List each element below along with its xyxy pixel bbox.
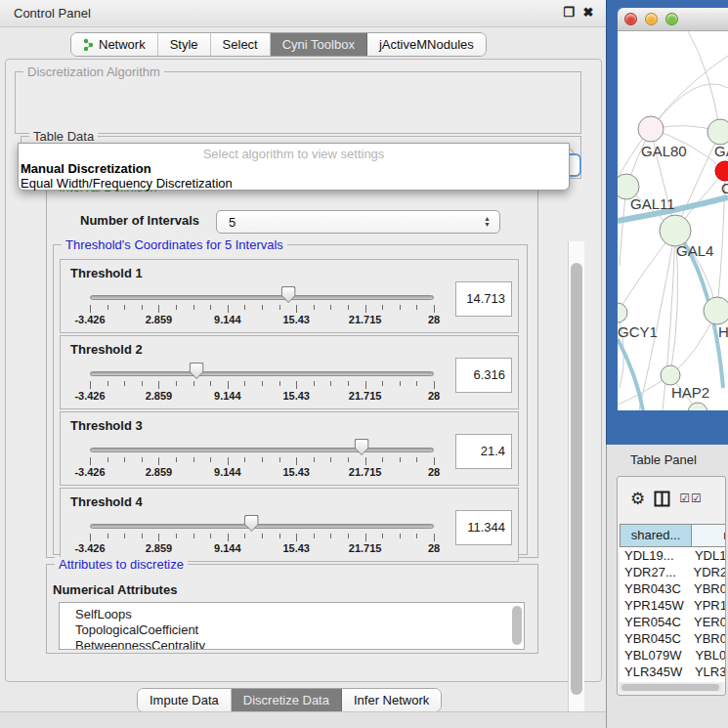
- close-window-icon[interactable]: ✖: [580, 5, 596, 21]
- stepper-icon: ▲▼: [484, 216, 491, 228]
- threshold-slider[interactable]: -3.4262.8599.14415.4321.71528: [90, 336, 434, 410]
- network-edge[interactable]: [688, 31, 720, 132]
- table-cell: YIL0: [692, 680, 724, 682]
- slider-ticks: [90, 305, 434, 313]
- slider-handle[interactable]: [355, 439, 369, 455]
- gear-icon[interactable]: ⚙: [630, 489, 645, 509]
- slider-handle[interactable]: [244, 515, 259, 532]
- network-node-gcy1[interactable]: [618, 303, 627, 322]
- slider-ticks: [90, 381, 434, 389]
- tab-impute-data[interactable]: Impute Data: [138, 689, 232, 711]
- numerical-attributes-list[interactable]: SelfLoopsTopologicalCoefficientBetweenne…: [59, 602, 525, 650]
- tab-label: Impute Data: [150, 689, 219, 711]
- float-window-icon[interactable]: ❐: [561, 5, 577, 21]
- zoom-traffic-light[interactable]: [665, 13, 678, 25]
- checkbox-icons[interactable]: ☑☑: [679, 492, 703, 505]
- minimize-traffic-light[interactable]: [645, 13, 658, 25]
- threshold-value-field[interactable]: 11.344: [455, 510, 512, 545]
- threshold-row: Threshold 1-3.4262.8599.14415.4321.71528…: [60, 259, 519, 333]
- network-edge-highlighted[interactable]: [618, 339, 643, 410]
- algorithm-dropdown-hint: Select algorithm to view settings: [19, 144, 569, 161]
- network-node-h[interactable]: [704, 297, 728, 324]
- settings-scrollbar[interactable]: [568, 241, 584, 728]
- slider-handle[interactable]: [281, 286, 296, 303]
- control-panel-tabbar: NetworkStyleSelectCyni ToolboxjActiveMNo…: [70, 32, 487, 57]
- slider-ticks: [90, 534, 434, 541]
- table-cell: YBR0: [688, 580, 725, 597]
- table-panel: Table Panel ⚙ ☑☑ shared...na YDL19...YDL…: [606, 445, 728, 728]
- algorithm-group-title: Discretization Algorithm: [23, 64, 164, 79]
- slider-handle[interactable]: [190, 363, 204, 379]
- algorithm-group: Discretization Algorithm: [15, 71, 581, 134]
- threshold-slider[interactable]: -3.4262.8599.14415.4321.71528: [90, 260, 434, 334]
- slider-track[interactable]: [90, 295, 434, 300]
- threshold-value-field[interactable]: 6.316: [455, 358, 512, 393]
- table-row[interactable]: YBR043CYBR0: [620, 580, 725, 597]
- node-table: ⚙ ☑☑ shared...na YDL19...YDL1YDR27...YDR…: [617, 476, 726, 696]
- slider-track[interactable]: [90, 524, 434, 529]
- table-rows: YDL19...YDL1YDR27...YDR2YBR043CYBR0YPR14…: [620, 547, 725, 682]
- table-cell: YBR0: [688, 630, 725, 647]
- network-node[interactable]: [707, 119, 728, 145]
- threshold-slider[interactable]: -3.4262.8599.14415.4321.71528: [90, 412, 434, 487]
- settings-scrollbar-thumb[interactable]: [571, 263, 582, 695]
- tab-cyni-toolbox[interactable]: Cyni Toolbox: [271, 33, 367, 56]
- table-cell: YLR3: [689, 664, 725, 680]
- table-row[interactable]: YIL052CYIL0: [620, 680, 725, 682]
- tab-network[interactable]: Network: [71, 33, 158, 56]
- table-row[interactable]: YER054CYER0: [620, 614, 725, 630]
- tab-jactivemnodules[interactable]: jActiveMNodules: [367, 33, 486, 56]
- attribute-item[interactable]: BetweennessCentrality: [60, 638, 524, 650]
- slider-track[interactable]: [90, 371, 434, 376]
- threshold-value-field[interactable]: 21.4: [455, 434, 512, 469]
- table-horizontal-scrollbar[interactable]: [620, 683, 723, 692]
- network-node-label: GAL4: [676, 242, 713, 259]
- slider-track[interactable]: [90, 448, 434, 452]
- algorithm-option[interactable]: Manual Discretization: [19, 161, 569, 176]
- threshold-slider[interactable]: -3.4262.8599.14415.4321.71528: [90, 489, 434, 563]
- table-row[interactable]: YDL19...YDL1: [620, 547, 725, 564]
- table-row[interactable]: YBL079WYBL0: [620, 647, 725, 664]
- table-row[interactable]: YDR27...YDR2: [620, 564, 725, 580]
- table-cell: YLR345W: [620, 664, 689, 680]
- interval-definition-group: Interval Definition Number of Intervals …: [46, 187, 538, 558]
- table-toolbar: ⚙ ☑☑: [618, 477, 726, 520]
- table-column-header[interactable]: na: [692, 524, 726, 547]
- network-node-hap2[interactable]: [661, 365, 680, 385]
- network-node-gal80[interactable]: [638, 116, 664, 142]
- table-cell: YDR27...: [620, 564, 688, 580]
- table-cell: YER0: [688, 614, 725, 630]
- attributes-list-scrollbar[interactable]: [512, 606, 522, 645]
- network-window-titlebar: [618, 8, 728, 31]
- table-row[interactable]: YPR145WYPR1: [620, 597, 725, 614]
- tab-discretize-data[interactable]: Discretize Data: [232, 689, 342, 711]
- threshold-value-field[interactable]: 14.713: [455, 281, 512, 317]
- attribute-item[interactable]: TopologicalCoefficient: [60, 622, 524, 638]
- network-node-label: GA: [714, 143, 728, 159]
- table-column-header[interactable]: shared...: [620, 524, 692, 547]
- split-columns-icon[interactable]: [654, 491, 670, 507]
- right-side: GAL80GACGAL11GAL4GCY1HHAP2 Table Panel ⚙…: [606, 0, 728, 728]
- attribute-item[interactable]: SelfLoops: [60, 607, 524, 622]
- network-node[interactable]: [688, 403, 707, 410]
- algorithm-option[interactable]: Equal Width/Frequency Discretization: [19, 176, 569, 191]
- network-icon: [83, 38, 94, 51]
- table-cell: YPR1: [688, 597, 725, 614]
- screen: Control Panel ❐ ✖ NetworkStyleSelectCyni…: [0, 0, 728, 728]
- network-view-canvas[interactable]: GAL80GACGAL11GAL4GCY1HHAP2: [618, 31, 728, 410]
- bottom-strip: [0, 711, 606, 728]
- table-cell: YPR145W: [620, 597, 688, 614]
- tab-infer-network[interactable]: Infer Network: [342, 689, 441, 711]
- num-intervals-label: Number of Intervals: [80, 213, 199, 228]
- threshold-row: Threshold 3-3.4262.8599.14415.4321.71528…: [60, 411, 519, 486]
- num-intervals-combobox[interactable]: 5 ▲▼: [216, 210, 500, 234]
- table-row[interactable]: YLR345WYLR3: [620, 664, 725, 680]
- close-traffic-light[interactable]: [624, 13, 637, 25]
- algorithm-options: Manual DiscretizationEqual Width/Frequen…: [19, 161, 569, 191]
- table-cell: YER054C: [620, 614, 688, 630]
- table-row[interactable]: YBR045CYBR0: [620, 630, 725, 647]
- tab-select[interactable]: Select: [211, 33, 271, 56]
- tab-style[interactable]: Style: [158, 33, 211, 56]
- table-header: shared...na: [620, 524, 726, 547]
- threshold-row: Threshold 2-3.4262.8599.14415.4321.71528…: [60, 335, 519, 409]
